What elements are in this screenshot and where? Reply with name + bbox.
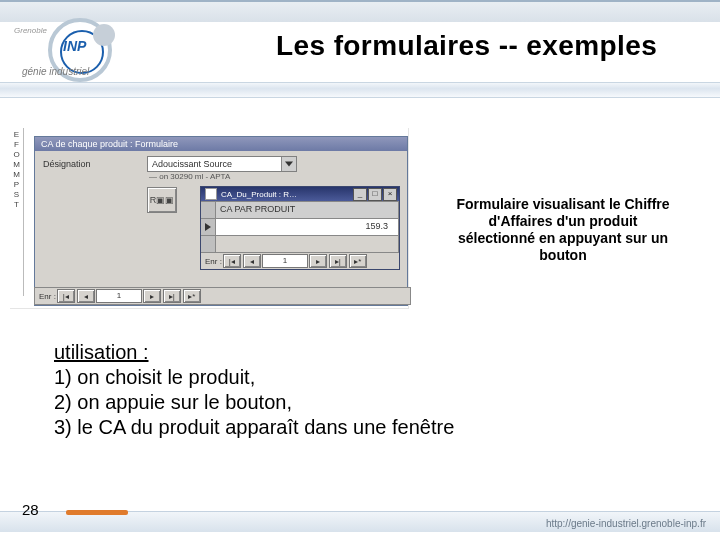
footer-accent	[66, 510, 128, 515]
subform-data-row: 159.3	[201, 218, 399, 235]
subform-empty-row	[201, 235, 399, 252]
footer-url: http://genie-industriel.grenoble-inp.fr	[546, 518, 706, 529]
nav2-new-icon[interactable]: ▸*	[183, 289, 201, 303]
screenshot-caption: Formulaire visualisant le Chiffre d'Affa…	[432, 196, 694, 264]
button-glyph: R▣▣	[150, 196, 175, 204]
slide-title: Les formulaires -- exemples	[276, 30, 657, 62]
main-form-titlebar: CA de chaque produit : Formulaire	[35, 137, 407, 151]
logo-inp: INP	[63, 38, 86, 54]
subform-title-text: CA_Du_Produit : R…	[221, 190, 297, 199]
subform-titlebar: CA_Du_Produit : R… _ □ ×	[201, 187, 399, 201]
nav-new-icon[interactable]: ▸*	[349, 254, 367, 268]
nav-label: Enr :	[205, 257, 222, 266]
ca-value: 159.3	[216, 219, 399, 235]
nav-next-icon[interactable]: ▸	[309, 254, 327, 268]
nav2-record-number: 1	[96, 289, 142, 303]
subform-header-row: CA PAR PRODUIT	[201, 201, 399, 218]
left-letter-column: E F O M M P S T	[10, 128, 24, 296]
usage-heading: utilisation :	[54, 341, 149, 363]
usage-step-1: 1) on choisit le produit,	[54, 366, 255, 388]
form-screenshot: E F O M M P S T CA de chaque produit : F…	[10, 128, 409, 309]
nav2-next-icon[interactable]: ▸	[143, 289, 161, 303]
combo-selected-value: Adoucissant Source	[152, 159, 232, 169]
usage-step-3: 3) le CA du produit apparaît dans une fe…	[54, 416, 454, 438]
logo-sub: génie industriel	[22, 66, 89, 77]
minimize-icon[interactable]: _	[353, 188, 367, 201]
main-form-record-nav: Enr : |◂ ◂ 1 ▸ ▸| ▸*	[34, 287, 411, 305]
current-record-icon	[201, 219, 216, 235]
field-label-designation: Désignation	[43, 159, 91, 169]
nav2-prev-icon[interactable]: ◂	[77, 289, 95, 303]
page-number: 28	[22, 501, 39, 518]
combo-sub-text: — on 30290 ml - APTA	[149, 172, 230, 181]
chevron-down-icon[interactable]	[281, 157, 296, 171]
nav2-last-icon[interactable]: ▸|	[163, 289, 181, 303]
nav-prev-icon[interactable]: ◂	[243, 254, 261, 268]
show-ca-button[interactable]: R▣▣	[147, 187, 177, 213]
nav-label-2: Enr :	[39, 292, 56, 301]
nav2-first-icon[interactable]: |◂	[57, 289, 75, 303]
nav-record-number: 1	[262, 254, 308, 268]
maximize-icon[interactable]: □	[368, 188, 382, 201]
product-combobox[interactable]: Adoucissant Source	[147, 156, 297, 172]
nav-last-icon[interactable]: ▸|	[329, 254, 347, 268]
subform-window: CA_Du_Produit : R… _ □ × CA PAR PRODUIT …	[200, 186, 400, 270]
nav-first-icon[interactable]: |◂	[223, 254, 241, 268]
app-icon	[205, 188, 217, 200]
header-divider	[0, 82, 720, 106]
slide-header: Grenoble INP génie industriel Les formul…	[0, 0, 720, 90]
logo-top-text: Grenoble	[14, 26, 47, 35]
usage-step-2: 2) on appuie sur le bouton,	[54, 391, 292, 413]
close-icon[interactable]: ×	[383, 188, 397, 201]
subform-record-nav: Enr : |◂ ◂ 1 ▸ ▸| ▸*	[201, 252, 399, 269]
subform-header-cell: CA PAR PRODUIT	[216, 202, 399, 218]
logo-grenoble-inp: Grenoble INP génie industriel	[18, 14, 148, 78]
usage-block: utilisation : 1) on choisit le produit, …	[54, 340, 454, 440]
